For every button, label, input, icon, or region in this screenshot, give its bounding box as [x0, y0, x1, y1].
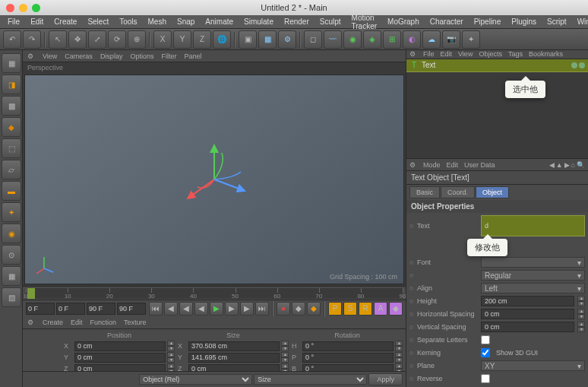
render-settings-button[interactable]: ⚙ [278, 30, 296, 49]
spinner-down-icon[interactable]: ▾ [167, 346, 175, 351]
timeline-playhead[interactable] [27, 288, 35, 299]
reverse-checkbox[interactable] [481, 374, 490, 383]
menu-select[interactable]: Select [83, 16, 113, 27]
menu-snap[interactable]: Snap [172, 16, 199, 27]
menu-mesh[interactable]: Mesh [144, 16, 171, 27]
timeline-ruler[interactable]: 0102030405060708090 [23, 286, 406, 300]
text-content-field[interactable] [481, 215, 585, 236]
redo-button[interactable]: ↷ [23, 30, 41, 49]
vp-menu-panel[interactable]: Panel [184, 52, 201, 60]
object-tree[interactable]: T Text 选中他 [406, 59, 588, 158]
play-backward-button[interactable]: ◀ [194, 302, 208, 316]
minimize-window-button[interactable] [19, 4, 27, 12]
attr-config-icon[interactable]: ⚙ [409, 161, 417, 169]
make-editable-button[interactable]: ▦ [2, 53, 21, 73]
keyframe-sel-button[interactable]: ◆ [307, 302, 321, 316]
key-param-button[interactable]: A [374, 302, 387, 316]
add-cube-button[interactable]: ◻ [304, 30, 322, 49]
point-mode-button[interactable]: ⬚ [2, 138, 21, 158]
key-rot-button[interactable]: R [359, 302, 372, 316]
prev-frame-button[interactable]: ◀ [179, 302, 193, 316]
menu-window[interactable]: Window [573, 16, 588, 27]
font-style-dropdown[interactable]: Regular▾ [481, 270, 585, 281]
scale-tool-button[interactable]: ⤢ [88, 30, 106, 49]
om-menu-file[interactable]: File [423, 50, 435, 58]
goto-end-button[interactable]: ⏭ [255, 302, 269, 316]
attr-nav-search-button[interactable]: 🔍 [577, 161, 585, 169]
menu-edit[interactable]: Edit [26, 16, 48, 27]
plane-dropdown[interactable]: XY▾ [481, 360, 585, 371]
select-tool-button[interactable]: ↖ [49, 30, 67, 49]
pos-x-field[interactable] [74, 341, 166, 351]
attr-menu-edit[interactable]: Edit [447, 161, 459, 169]
frame-current-field[interactable] [56, 303, 85, 315]
attr-nav-up-button[interactable]: ▲ [556, 161, 563, 169]
attr-menu-mode[interactable]: Mode [423, 161, 441, 169]
coord-apply-button[interactable]: Apply [368, 373, 403, 385]
frame-start-field[interactable] [26, 303, 55, 315]
add-array-button[interactable]: ⊞ [383, 30, 401, 49]
attr-tab-basic[interactable]: Basic [409, 186, 440, 198]
mat-menu-create[interactable]: Create [43, 319, 63, 326]
key-scale-button[interactable]: S [343, 302, 357, 316]
menu-pipeline[interactable]: Pipeline [469, 16, 506, 27]
goto-start-button[interactable]: ⏮ [149, 302, 163, 316]
add-light-button[interactable]: ✦ [462, 30, 480, 49]
vp-menu-display[interactable]: Display [100, 52, 123, 60]
vp-menu-view[interactable]: View [43, 52, 57, 60]
z-axis-button[interactable]: Z [193, 30, 211, 49]
frame-end-field[interactable] [87, 303, 115, 315]
om-config-icon[interactable]: ⚙ [409, 50, 417, 58]
menu-plugins[interactable]: Plugins [507, 16, 541, 27]
om-menu-edit[interactable]: Edit [441, 50, 453, 58]
add-generator-button[interactable]: ◉ [343, 30, 362, 49]
x-axis-button[interactable]: X [153, 30, 172, 49]
mat-menu-texture[interactable]: Texture [124, 319, 147, 326]
planar-workplane-button[interactable]: ▨ [2, 287, 21, 307]
key-pos-button[interactable]: P [328, 302, 342, 316]
coord-mode-dropdown[interactable]: Object (Rel) [139, 374, 252, 385]
hspacing-field[interactable] [481, 309, 574, 319]
spinner-up-icon[interactable]: ▴ [167, 341, 175, 346]
menu-mograph[interactable]: MoGraph [383, 16, 424, 27]
key-pla-button[interactable]: ◆ [389, 302, 403, 316]
mat-menu-edit[interactable]: Edit [71, 319, 83, 326]
vp-menu-options[interactable]: Options [130, 52, 153, 60]
render-pv-button[interactable]: ▦ [258, 30, 277, 49]
axis-mode-button[interactable]: ✦ [2, 202, 21, 222]
menu-create[interactable]: Create [49, 16, 81, 27]
autokey-button[interactable]: ◆ [292, 302, 305, 316]
maximize-window-button[interactable] [32, 4, 40, 12]
rot-h-field[interactable] [302, 341, 394, 351]
tweak-mode-button[interactable]: ◉ [2, 224, 21, 243]
move-tool-button[interactable]: ✥ [68, 30, 87, 49]
vp-config-icon[interactable]: ⚙ [27, 52, 35, 60]
menu-script[interactable]: Script [542, 16, 571, 27]
align-dropdown[interactable]: Left▾ [481, 283, 585, 293]
visibility-render-dot[interactable] [579, 62, 585, 68]
attr-nav-home-button[interactable]: ⌂ [571, 161, 575, 169]
close-window-button[interactable] [6, 4, 14, 12]
mat-menu-function[interactable]: Function [90, 319, 117, 326]
tree-item-text[interactable]: T Text [406, 59, 588, 71]
locked-workplane-button[interactable]: ▦ [2, 266, 21, 286]
y-axis-button[interactable]: Y [173, 30, 191, 49]
attr-nav-back-button[interactable]: ◀ [549, 161, 555, 169]
om-menu-objects[interactable]: Objects [479, 50, 502, 58]
add-spline-button[interactable]: 〰 [324, 30, 342, 49]
om-menu-bookmarks[interactable]: Bookmarks [529, 50, 563, 58]
coord-size-mode-dropdown[interactable]: Size [254, 374, 367, 385]
height-field[interactable] [481, 296, 574, 306]
pos-y-field[interactable] [74, 353, 166, 363]
next-frame-button[interactable]: ▶ [225, 302, 239, 316]
size-y-field[interactable] [188, 353, 280, 363]
font-family-dropdown[interactable]: ▾ [481, 257, 585, 268]
poly-mode-button[interactable]: ▬ [2, 181, 21, 201]
vspacing-field[interactable] [481, 322, 574, 332]
prev-key-button[interactable]: ◀ [164, 302, 178, 316]
rotate-tool-button[interactable]: ⟳ [108, 30, 126, 49]
menu-sculpt[interactable]: Sculpt [315, 16, 346, 27]
menu-render[interactable]: Render [280, 16, 314, 27]
attr-nav-fwd-button[interactable]: ▶ [564, 161, 570, 169]
menu-tools[interactable]: Tools [115, 16, 141, 27]
